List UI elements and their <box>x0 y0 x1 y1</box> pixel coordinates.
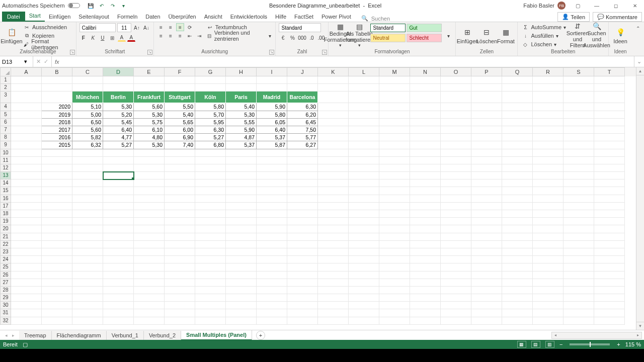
font-color-button[interactable]: A <box>127 34 135 42</box>
cell[interactable] <box>72 84 103 92</box>
cell[interactable] <box>379 272 410 279</box>
cell[interactable] <box>257 76 287 84</box>
cell[interactable] <box>318 157 349 164</box>
cell[interactable] <box>195 187 226 195</box>
cell[interactable] <box>410 263 441 271</box>
cell[interactable] <box>318 149 349 157</box>
sheet-tab-area[interactable]: Flächendiagramm <box>52 331 107 340</box>
cell[interactable] <box>379 263 410 271</box>
cell[interactable] <box>349 225 379 233</box>
cell-style-standard[interactable]: Standard <box>370 24 406 32</box>
undo-icon[interactable]: ↶ <box>98 2 105 9</box>
border-button[interactable]: ⊞ <box>108 34 116 42</box>
cell[interactable] <box>42 164 72 172</box>
cell[interactable] <box>349 218 379 225</box>
cell[interactable] <box>533 76 564 84</box>
cell[interactable] <box>226 241 257 248</box>
cell[interactable] <box>594 302 625 309</box>
column-header[interactable]: P <box>471 67 502 76</box>
cell[interactable] <box>318 134 349 141</box>
cell[interactable] <box>42 92 72 103</box>
qat-custom-icon[interactable]: ▾ <box>120 2 127 9</box>
cell[interactable] <box>165 225 195 233</box>
cell[interactable] <box>165 241 195 248</box>
cell[interactable] <box>379 141 410 149</box>
row-header[interactable]: 4 <box>0 103 11 111</box>
column-header[interactable]: N <box>410 67 441 76</box>
cell[interactable] <box>134 294 165 302</box>
cell[interactable] <box>287 179 318 187</box>
cell[interactable]: 5,60 <box>72 126 103 134</box>
cell[interactable] <box>410 195 441 203</box>
cell[interactable] <box>257 256 287 263</box>
cell[interactable] <box>42 248 72 256</box>
cell[interactable] <box>410 294 441 302</box>
cell[interactable] <box>257 149 287 157</box>
column-header[interactable]: M <box>379 67 410 76</box>
cell[interactable] <box>441 76 471 84</box>
cell[interactable] <box>72 179 103 187</box>
paste-button[interactable]: 📋 Einfügen <box>3 23 20 47</box>
cell[interactable] <box>287 149 318 157</box>
fx-icon[interactable]: fx <box>52 56 62 67</box>
cancel-fx-icon[interactable]: ✕ <box>36 58 41 65</box>
cell[interactable] <box>379 195 410 203</box>
cell[interactable] <box>195 76 226 84</box>
cell[interactable] <box>318 302 349 309</box>
cell[interactable] <box>103 84 134 92</box>
sheet-tab-verbund2[interactable]: Verbund_2 <box>144 331 181 340</box>
cell[interactable] <box>287 248 318 256</box>
cell[interactable] <box>11 157 42 164</box>
cell[interactable] <box>226 272 257 279</box>
cell[interactable] <box>72 302 103 309</box>
zoom-level[interactable]: 115 % <box>625 341 641 347</box>
cell-style-neutral[interactable]: Neutral <box>370 34 406 42</box>
cell[interactable] <box>42 302 72 309</box>
cell[interactable]: 4,80 <box>134 134 165 141</box>
cell[interactable] <box>594 119 625 126</box>
cell[interactable] <box>226 76 257 84</box>
toggle-off-icon[interactable] <box>68 3 80 8</box>
cell[interactable] <box>226 287 257 294</box>
cell[interactable] <box>72 256 103 263</box>
cell[interactable] <box>134 279 165 287</box>
cell[interactable] <box>594 225 625 233</box>
column-header[interactable]: S <box>564 67 594 76</box>
cell[interactable] <box>441 164 471 172</box>
cell[interactable]: 5,82 <box>72 134 103 141</box>
cell[interactable] <box>134 218 165 225</box>
cell[interactable]: 5,87 <box>257 141 287 149</box>
cell[interactable] <box>564 256 594 263</box>
cell[interactable] <box>134 272 165 279</box>
scroll-down-icon[interactable]: ▼ <box>636 322 644 330</box>
vertical-scrollbar[interactable]: ▲ ▼ <box>636 67 644 330</box>
row-header[interactable]: 26 <box>0 272 11 279</box>
cell[interactable] <box>441 272 471 279</box>
cell[interactable] <box>533 119 564 126</box>
cell[interactable] <box>564 309 594 317</box>
cell[interactable] <box>594 172 625 179</box>
format-cells-button[interactable]: ▦Format <box>497 23 514 47</box>
cell[interactable] <box>533 92 564 103</box>
cell[interactable] <box>349 92 379 103</box>
tab-powerpivot[interactable]: Power Pivot <box>317 12 355 22</box>
cell[interactable] <box>379 287 410 294</box>
cell[interactable] <box>42 272 72 279</box>
currency-icon[interactable]: € <box>279 34 287 42</box>
cell[interactable] <box>318 210 349 218</box>
confirm-fx-icon[interactable]: ✓ <box>44 58 48 65</box>
cell[interactable] <box>134 309 165 317</box>
cell[interactable] <box>533 241 564 248</box>
cell[interactable]: Stuttgart <box>165 92 195 103</box>
cell[interactable]: 6,30 <box>195 126 226 134</box>
cell[interactable]: 5,45 <box>103 119 134 126</box>
cell[interactable] <box>533 149 564 157</box>
cell[interactable] <box>441 248 471 256</box>
cell[interactable] <box>564 76 594 84</box>
cell[interactable] <box>257 187 287 195</box>
cell[interactable] <box>379 119 410 126</box>
cell[interactable] <box>165 157 195 164</box>
cell[interactable] <box>533 317 564 325</box>
cell[interactable] <box>471 225 502 233</box>
cell[interactable] <box>471 302 502 309</box>
